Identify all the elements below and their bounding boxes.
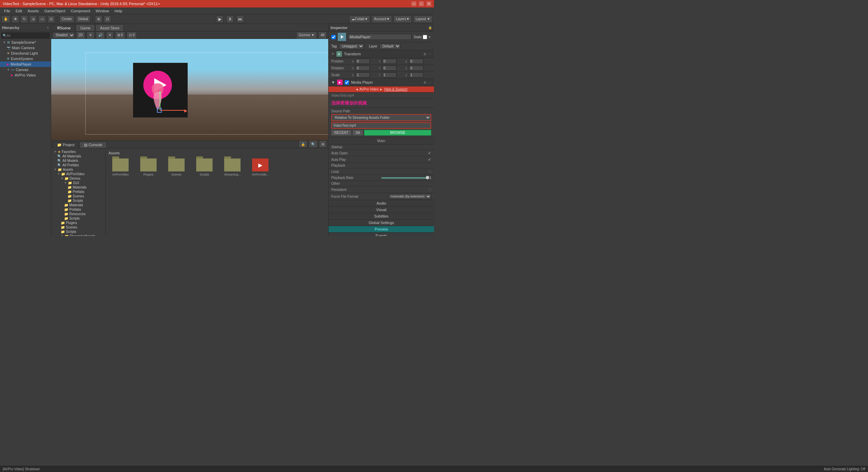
obj-name-input[interactable] (348, 34, 411, 40)
mp-settings-icon[interactable]: ⚙ (423, 81, 426, 84)
recent-btn[interactable]: RECENT (331, 130, 351, 136)
sa-btn[interactable]: SA (352, 130, 363, 136)
2d-btn[interactable]: 2D (76, 31, 85, 39)
menu-edit[interactable]: Edit (13, 8, 25, 14)
close-btn[interactable]: ✕ (426, 1, 431, 6)
scale-x-input[interactable] (356, 72, 370, 78)
tag-select[interactable]: Untagged (339, 43, 364, 49)
tab-assetstore[interactable]: Asset Store (96, 24, 124, 31)
asset-scenes[interactable]: Scenes (164, 157, 188, 178)
hand-tool[interactable]: ✋ (1, 15, 10, 23)
move-tool[interactable]: ✥ (12, 15, 19, 23)
static-dropdown-icon[interactable]: ▼ (428, 35, 431, 39)
pivot-btn[interactable]: Center (59, 15, 74, 23)
asset-scripts[interactable]: Scripts (192, 157, 216, 178)
scale-y-input[interactable] (382, 72, 396, 78)
persistent-check[interactable]: □ (429, 187, 431, 192)
tree-scenes[interactable]: 📁 Scenes (51, 225, 105, 230)
rot-x-input[interactable] (356, 66, 370, 71)
menu-help[interactable]: Help (112, 8, 125, 14)
scene-settings-btn[interactable]: ⊞ 0 (115, 31, 125, 39)
grid-btn[interactable]: ⊡ (104, 15, 111, 23)
visual-btn-insp[interactable]: Visual (329, 207, 434, 213)
account-btn[interactable]: Account ▼ (372, 15, 392, 23)
tree-all-materials[interactable]: 🔍 All Materials (51, 154, 105, 158)
tree-scripts-demos[interactable]: 📁 Scripts (51, 216, 105, 221)
hierarchy-item-avprovideo[interactable]: ▶ AVPro Video (0, 72, 51, 78)
tree-demos[interactable]: ▼ 📁 Demos (51, 176, 105, 181)
mp-active-checkbox[interactable] (345, 80, 349, 85)
shaded-select[interactable]: Shaded (53, 32, 75, 38)
asset-plugins[interactable]: Plugins (136, 157, 160, 178)
asset-avproscript[interactable]: ▶ AVProVide... (248, 157, 272, 178)
lighting-btn[interactable]: ☀ (87, 31, 95, 39)
asset-streaming[interactable]: Streaming... (220, 157, 244, 178)
hierarchy-item-eventsystem[interactable]: ⚙ EventSystem (0, 56, 51, 61)
step-btn[interactable]: ⏭ (236, 15, 244, 23)
hierarchy-item-canvas[interactable]: ▼ ▭ Canvas (0, 67, 51, 72)
tree-assets-root[interactable]: ▼ 📁 Assets (51, 167, 105, 172)
pos-x-input[interactable] (356, 59, 370, 64)
tree-materials-gui[interactable]: 📁 Materials (51, 185, 105, 190)
avpro-help-link[interactable]: Help & Support (384, 87, 407, 91)
loop-check[interactable]: □ (429, 169, 431, 174)
rotate-tool[interactable]: ↻ (20, 15, 28, 23)
layers-btn[interactable]: Layers ▼ (393, 15, 412, 23)
playback-rate-slider[interactable]: 1 (381, 176, 432, 180)
gizmos-btn[interactable]: Gizmos ▼ (296, 31, 317, 39)
pause-btn[interactable]: ⏸ (226, 15, 234, 23)
static-checkbox[interactable] (423, 35, 427, 39)
tree-scenes-gui[interactable]: 📁 Scenes (51, 194, 105, 198)
transform-overflow-icon[interactable]: ⋯ (428, 52, 431, 56)
tree-resources[interactable]: 📁 Resources (51, 212, 105, 216)
mp-overflow-icon[interactable]: ⋯ (428, 81, 431, 84)
menu-component[interactable]: Component (68, 8, 93, 14)
grid-overlay-btn[interactable]: ⊡ 0 (127, 31, 137, 39)
rect-tool[interactable]: ▭ (38, 15, 46, 23)
menu-gameobject[interactable]: GameObject (42, 8, 68, 14)
source-path-select[interactable]: Relative To Streaming Assets Folder (331, 114, 431, 121)
audio-btn[interactable]: 🔊 (96, 31, 105, 39)
hierarchy-item-mediaplayer[interactable]: ▶ MediaPlayer (0, 61, 51, 67)
tree-gui[interactable]: ▼ 📁 GUI (51, 181, 105, 185)
asset-avprovideo[interactable]: AVProVideo (108, 157, 132, 178)
tree-all-models[interactable]: 🔍 All Models (51, 158, 105, 163)
global-settings-btn-insp[interactable]: Global Settings (329, 220, 434, 226)
bottom-settings-btn[interactable]: ⚙ (319, 140, 327, 148)
events-btn-insp[interactable]: Events (329, 233, 434, 236)
transform-settings-icon[interactable]: ⚙ (423, 52, 426, 56)
tree-scripts[interactable]: 📁 Scripts (51, 230, 105, 234)
tree-avprovideo[interactable]: ▼ 📁 AVProVideo (51, 172, 105, 176)
transform-tool[interactable]: ⊡ (47, 15, 55, 23)
menu-assets[interactable]: Assets (25, 8, 42, 14)
tree-streamingassets[interactable]: ▼ 📁 StreamingAssets (51, 234, 105, 236)
tree-materials-demos[interactable]: 📁 Materials (51, 203, 105, 207)
hierarchy-item-samplescene[interactable]: ▼ ⊞ SampleScene* (0, 40, 51, 45)
browse-btn[interactable]: BROWSE (364, 130, 431, 136)
play-btn[interactable]: ▶ (216, 15, 223, 23)
tree-scripts-gui[interactable]: 📁 Scripts (51, 198, 105, 203)
tree-plugins[interactable]: 📁 Plugins (51, 221, 105, 225)
fx-btn[interactable]: ✦ (106, 31, 114, 39)
scale-tool[interactable]: ⇲ (29, 15, 37, 23)
tree-prefabs-gui[interactable]: 📁 Prefabs (51, 190, 105, 194)
force-file-format-select[interactable]: Automatic (by extension) (388, 194, 431, 199)
tree-favorites[interactable]: ▼ ★ Favorites (51, 150, 105, 154)
menu-window[interactable]: Window (93, 8, 112, 14)
rot-z-input[interactable] (409, 66, 423, 71)
scale-z-input[interactable] (409, 72, 423, 78)
minimize-btn[interactable]: — (411, 1, 416, 6)
auto-play-check[interactable]: ✓ (428, 157, 431, 162)
layout-btn[interactable]: Layout ▼ (413, 15, 433, 23)
audio-btn-insp[interactable]: Audio (329, 200, 434, 207)
bottom-search-btn[interactable]: 🔍 (309, 140, 318, 148)
maximize-btn[interactable]: □ (419, 1, 424, 6)
pos-y-input[interactable] (382, 59, 396, 64)
transform-section-header[interactable]: ▼ ⊕ Transform ⚙ ⋯ (329, 50, 434, 58)
rot-y-input[interactable] (382, 66, 396, 71)
collab-btn[interactable]: ☁ Collab ▼ (349, 15, 370, 23)
hierarchy-item-directionallight[interactable]: ☀ Directional Light (0, 51, 51, 56)
tree-prefabs-demos[interactable]: 📁 Prefabs (51, 207, 105, 212)
bottom-lock-btn[interactable]: 🔒 (299, 140, 307, 148)
auto-open-check[interactable]: ✓ (428, 151, 431, 155)
